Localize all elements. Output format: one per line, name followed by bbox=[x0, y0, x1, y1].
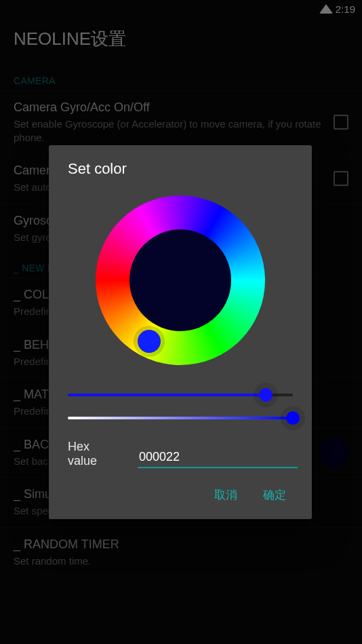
color-wheel-thumb[interactable] bbox=[138, 330, 161, 353]
dialog-title: Set color bbox=[68, 160, 293, 178]
hex-input[interactable] bbox=[138, 447, 298, 468]
value-slider[interactable] bbox=[68, 411, 293, 425]
saturation-slider[interactable] bbox=[68, 388, 293, 402]
color-wheel[interactable] bbox=[96, 195, 265, 365]
color-preview bbox=[129, 229, 231, 331]
value-thumb[interactable] bbox=[286, 411, 300, 425]
saturation-thumb[interactable] bbox=[259, 388, 273, 402]
cancel-button[interactable]: 取消 bbox=[212, 483, 240, 507]
ok-button[interactable]: 确定 bbox=[260, 483, 289, 507]
color-dialog: Set color Hex value 取消 确定 bbox=[49, 145, 312, 519]
hex-label: Hex value bbox=[68, 440, 97, 468]
